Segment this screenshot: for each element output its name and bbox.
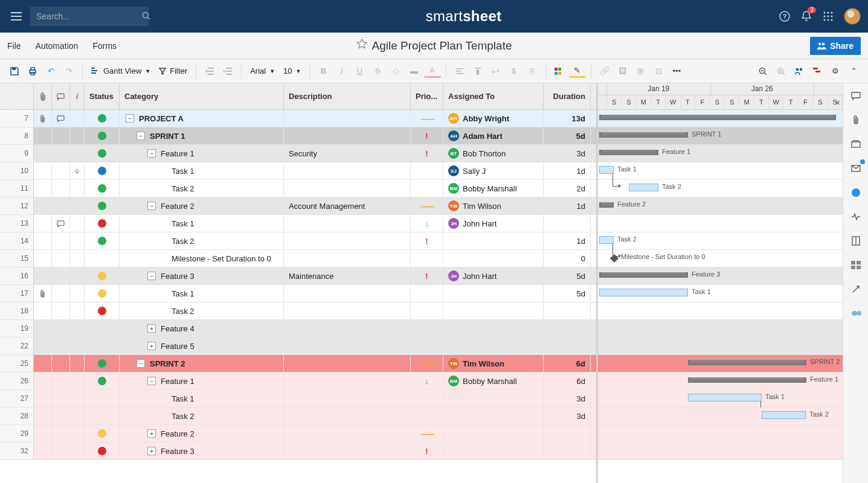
- duration-cell[interactable]: 5d: [544, 127, 591, 144]
- gantt-row[interactable]: Feature 3: [598, 267, 843, 285]
- taskbar-color-button[interactable]: ▬: [406, 63, 423, 80]
- duration-cell[interactable]: 5d: [544, 267, 591, 284]
- baselines-button[interactable]: [791, 63, 808, 80]
- duration-cell[interactable]: [544, 337, 591, 354]
- category-cell[interactable]: Task 2: [120, 232, 284, 249]
- description-cell[interactable]: [284, 337, 411, 354]
- image-button[interactable]: 🖼: [614, 63, 631, 80]
- priority-cell[interactable]: !: [411, 232, 443, 249]
- row-number[interactable]: 32: [0, 443, 34, 459]
- description-cell[interactable]: [284, 232, 411, 249]
- gantt-row[interactable]: SPRINT 2: [598, 355, 843, 373]
- gantt-row[interactable]: Task 2: [598, 232, 843, 250]
- priority-cell[interactable]: ——: [411, 425, 443, 442]
- gantt-bar[interactable]: [688, 360, 806, 365]
- priority-cell[interactable]: ——: [411, 110, 443, 127]
- info-cell[interactable]: [70, 162, 85, 179]
- comment-cell[interactable]: [52, 215, 70, 232]
- priority-cell[interactable]: [411, 285, 443, 302]
- toggle-icon[interactable]: −: [126, 114, 134, 123]
- comment-cell[interactable]: [52, 302, 70, 319]
- status-cell[interactable]: [85, 302, 120, 319]
- gantt-bar[interactable]: [599, 132, 688, 138]
- category-cell[interactable]: −PROJECT A: [120, 110, 284, 127]
- gantt-bar[interactable]: [629, 184, 658, 191]
- priority-cell[interactable]: [411, 320, 443, 337]
- attach-cell[interactable]: [34, 425, 52, 442]
- category-cell[interactable]: Task 1: [120, 215, 284, 232]
- comment-cell[interactable]: [52, 443, 70, 459]
- category-cell[interactable]: −Feature 1: [120, 145, 284, 162]
- assigned-cell[interactable]: [443, 302, 544, 319]
- gantt-row[interactable]: Task 1: [598, 162, 843, 180]
- attach-cell[interactable]: [34, 110, 52, 127]
- duration-cell[interactable]: [544, 320, 591, 337]
- duration-cell[interactable]: 3d: [544, 145, 591, 162]
- row-number[interactable]: 10: [0, 162, 34, 179]
- status-cell[interactable]: [85, 390, 120, 407]
- status-cell[interactable]: [85, 232, 120, 249]
- status-cell[interactable]: [85, 443, 120, 459]
- table-row[interactable]: 15Milestone - Set Duration to 00: [0, 250, 596, 267]
- assigned-cell[interactable]: [443, 443, 544, 459]
- info-cell[interactable]: [70, 250, 85, 267]
- status-cell[interactable]: [85, 425, 120, 442]
- description-cell[interactable]: Maintenance: [284, 267, 411, 284]
- duration-cell[interactable]: 3d: [544, 408, 591, 424]
- assigned-cell[interactable]: BTBob Thorton: [443, 145, 544, 162]
- category-cell[interactable]: Task 1: [120, 162, 284, 179]
- row-number[interactable]: 16: [0, 267, 34, 284]
- col-assigned[interactable]: Assigned To: [443, 83, 544, 109]
- status-cell[interactable]: [85, 408, 120, 424]
- assigned-cell[interactable]: [443, 425, 544, 442]
- user-avatar[interactable]: [844, 8, 861, 25]
- gantt-row[interactable]: [598, 320, 843, 337]
- link-button[interactable]: 🔗: [596, 63, 613, 80]
- gantt-row[interactable]: [598, 215, 843, 232]
- col-category[interactable]: Category: [120, 83, 284, 109]
- table-row[interactable]: 18Task 2: [0, 302, 596, 320]
- gantt-row[interactable]: [598, 302, 843, 320]
- attach-cell[interactable]: [34, 443, 52, 459]
- duration-cell[interactable]: 13d: [544, 110, 591, 127]
- gantt-row[interactable]: SPRINT 1: [598, 127, 843, 145]
- gantt-milestone-icon[interactable]: [610, 254, 619, 263]
- duration-cell[interactable]: 2d: [544, 180, 591, 197]
- row-number[interactable]: 22: [0, 337, 34, 354]
- brandfolder-icon[interactable]: [849, 258, 863, 272]
- row-number[interactable]: 29: [0, 425, 34, 442]
- description-cell[interactable]: Security: [284, 145, 411, 162]
- comment-cell[interactable]: [52, 180, 70, 197]
- row-number[interactable]: 14: [0, 232, 34, 249]
- attachments-panel-icon[interactable]: [849, 114, 863, 127]
- comment-cell[interactable]: [52, 320, 70, 337]
- col-status[interactable]: Status: [85, 83, 120, 109]
- description-cell[interactable]: [284, 250, 411, 267]
- category-cell[interactable]: +Feature 5: [120, 337, 284, 354]
- info-cell[interactable]: [70, 337, 85, 354]
- info-cell[interactable]: [70, 197, 85, 214]
- duration-cell[interactable]: 0: [544, 250, 591, 267]
- info-cell[interactable]: [70, 373, 85, 389]
- col-comment[interactable]: [52, 83, 70, 109]
- priority-cell[interactable]: ——: [411, 355, 443, 372]
- duration-cell[interactable]: [544, 302, 591, 319]
- assigned-cell[interactable]: [443, 285, 544, 302]
- gantt-row[interactable]: Feature 1: [598, 373, 843, 390]
- gantt-bar[interactable]: [599, 150, 658, 155]
- gantt-row[interactable]: [598, 443, 843, 460]
- highlight-changes-button[interactable]: ✎: [569, 65, 586, 78]
- col-duration[interactable]: Duration: [544, 83, 591, 109]
- info-cell[interactable]: [70, 408, 85, 424]
- toggle-icon[interactable]: +: [147, 342, 156, 350]
- description-cell[interactable]: [284, 285, 411, 302]
- search-box[interactable]: [30, 7, 149, 26]
- collapse-icon[interactable]: ⌃: [845, 63, 862, 80]
- toggle-icon[interactable]: −: [137, 359, 145, 368]
- update-requests-icon[interactable]: [849, 162, 863, 175]
- attach-cell[interactable]: [34, 285, 52, 302]
- toggle-icon[interactable]: +: [147, 429, 156, 438]
- assigned-cell[interactable]: BMBobby Marshall: [443, 180, 544, 197]
- attach-cell[interactable]: [34, 197, 52, 214]
- settings-icon[interactable]: ⚙: [827, 63, 844, 80]
